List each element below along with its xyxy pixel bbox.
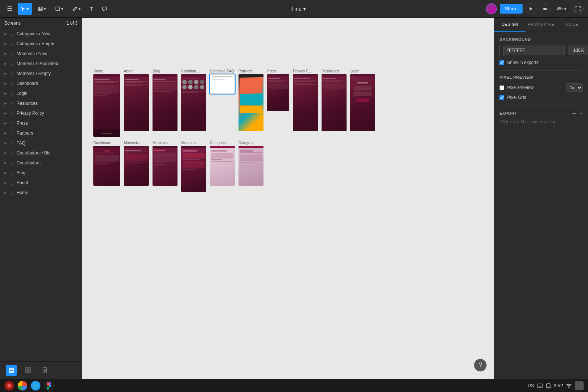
fit-screen-button[interactable] <box>573 3 584 14</box>
taskbar-twitter-icon[interactable]: 🐦 <box>31 381 40 391</box>
tab-prototype[interactable]: Prototype <box>526 18 557 32</box>
canvas[interactable]: Home About <box>82 18 494 379</box>
color-hex-input[interactable] <box>503 46 565 55</box>
frame-thumb-moments3[interactable] <box>181 146 206 192</box>
svg-rect-0 <box>39 7 42 11</box>
preview-button[interactable] <box>539 3 551 14</box>
sidebar-item-login[interactable]: ▶ ⬚ Login <box>0 89 82 99</box>
frame-label-moments2: Moments... <box>153 141 178 145</box>
frame-icon: ⬚ <box>11 52 14 56</box>
pen-tool-chevron: ▾ <box>78 6 81 11</box>
zoom-control[interactable]: 4% ▾ <box>553 3 570 15</box>
taskbar-chrome-icon[interactable] <box>18 381 27 391</box>
frame-thumb-login[interactable] <box>350 74 375 131</box>
frame-thumb-moments2[interactable] <box>153 146 178 186</box>
frame-thumb-partners[interactable] <box>239 74 263 131</box>
sidebar-item-moments-new[interactable]: ▶ ⬚ Moments / New <box>0 49 82 59</box>
frame-group-moments1: Moments... <box>124 141 149 186</box>
frame-thumb-home[interactable] <box>93 74 120 137</box>
tab-code[interactable]: Code <box>557 18 588 32</box>
pixel-grid-row: Pixel Grid <box>499 95 583 100</box>
frame-icon <box>38 6 43 11</box>
sidebar-item-privacy-policy[interactable]: ▶ ⬚ Privacy Policy <box>0 108 82 118</box>
sidebar-item-label: Categories / New <box>17 31 78 36</box>
background-section-title: BACKGROUND <box>499 37 583 42</box>
pen-tool-button[interactable]: ▾ <box>69 3 84 15</box>
comment-tool-button[interactable] <box>99 3 110 15</box>
pixel-preview-title: PIXEL PREVIEW <box>499 75 583 79</box>
taskbar-right: US 3:52 <box>528 381 584 390</box>
main-area: Screens 1 of 3 ▶ ⬚ Categories / New ▶ ⬚ … <box>0 18 588 379</box>
frame-thumb-press[interactable] <box>267 74 289 111</box>
export-subtract-button[interactable]: − <box>572 110 576 117</box>
frame-thumb-dashboard[interactable] <box>93 146 120 186</box>
export-add-button[interactable]: + <box>579 110 583 117</box>
sidebar-item-resources[interactable]: ▶ ⬚ Resources <box>0 99 82 108</box>
frame-label-blog: Blog <box>153 69 178 73</box>
select-tool-button[interactable]: ▾ <box>18 3 32 15</box>
sidebar-item-label: Contributors / Bio <box>17 150 78 156</box>
sidebar-item-dashboard[interactable]: ▶ ⬚ Dashboard <box>0 79 82 89</box>
sidebar-item-partners[interactable]: ▶ ⬚ Partners <box>0 128 82 138</box>
sidebar-item-label: Login <box>17 91 78 96</box>
frame-icon: ⬚ <box>11 131 14 135</box>
color-swatch[interactable] <box>499 45 500 56</box>
hamburger-button[interactable]: ☰ <box>4 4 15 14</box>
user-avatar[interactable] <box>486 3 497 14</box>
layers-icon <box>8 367 14 373</box>
frame-label-home: Home <box>93 69 120 73</box>
frame-label-moments3: Moments... <box>181 141 206 145</box>
show-exports-checkbox[interactable] <box>499 60 504 65</box>
frame-icon: ⬚ <box>11 171 14 175</box>
taskbar-figma-icon[interactable] <box>44 381 54 391</box>
frame-thumb-moments1[interactable] <box>124 146 149 186</box>
pixel-preview-checkbox[interactable] <box>499 85 504 90</box>
svg-rect-8 <box>9 368 14 370</box>
sidebar-item-press[interactable]: ▶ ⬚ Press <box>0 118 82 128</box>
zoom-select[interactable]: 1x 2x 4x <box>566 83 583 92</box>
frame-thumb-categories2[interactable] <box>239 146 263 186</box>
share-button[interactable]: Share <box>500 4 523 14</box>
sidebar-item-contributors-bio[interactable]: ▶ ⬚ Contributors / Bio <box>0 148 82 158</box>
components-button[interactable] <box>23 365 34 376</box>
sidebar-item-about[interactable]: ▶ ⬚ About <box>0 178 82 188</box>
expand-icon: ▶ <box>4 52 9 56</box>
frame-thumb-blog[interactable] <box>153 74 178 131</box>
frame-group-resources: Resources <box>322 69 347 131</box>
tab-design[interactable]: Design <box>494 18 526 32</box>
pixel-grid-checkbox[interactable] <box>499 95 504 100</box>
help-button[interactable]: ? <box>474 359 487 371</box>
frame-thumb-about[interactable] <box>124 74 149 131</box>
frame-icon: ⬚ <box>11 121 14 125</box>
text-tool-button[interactable]: T <box>87 3 96 15</box>
sidebar-item-categories-empty[interactable]: ▶ ⬚ Categories / Empty <box>0 39 82 49</box>
taskbar-record-icon[interactable] <box>4 381 14 391</box>
frame-thumb-categories1[interactable] <box>210 146 235 186</box>
frame-thumb-contributors[interactable] <box>181 74 206 131</box>
sidebar-item-faq[interactable]: ▶ ⬚ FAQ <box>0 138 82 148</box>
sidebar-bottom <box>0 361 82 379</box>
shape-tool-chevron: ▾ <box>61 6 64 11</box>
opacity-input[interactable] <box>568 46 588 55</box>
shape-tool-button[interactable]: ▾ <box>52 3 67 15</box>
frame-thumb-faq[interactable] <box>210 74 235 94</box>
frame-thumb-resources[interactable] <box>322 74 347 131</box>
sidebar-item-categories-new[interactable]: ▶ ⬚ Categories / New <box>0 29 82 39</box>
sidebar-item-moments-populated[interactable]: ▶ ⬚ Moments / Populated <box>0 59 82 69</box>
project-name-button[interactable]: if me ▾ <box>290 6 305 12</box>
sidebar-item-blog[interactable]: ▶ ⬚ Blog <box>0 168 82 178</box>
frame-icon: ⬚ <box>11 161 14 165</box>
assets-button[interactable] <box>40 365 51 376</box>
frame-thumb-privacy[interactable] <box>293 74 318 131</box>
sidebar-item-contributors[interactable]: ▶ ⬚ Contributors <box>0 158 82 168</box>
layers-button[interactable] <box>6 365 17 376</box>
sidebar-item-label: Categories / Empty <box>17 41 78 46</box>
frame-group-faq: Contribut. FAQ <box>210 69 235 94</box>
sidebar-item-home[interactable]: ▶ ⬚ Home <box>0 188 82 198</box>
frame-group-categories2: Categorie... <box>239 141 263 186</box>
frame-tool-button[interactable]: ▾ <box>35 3 49 15</box>
play-button[interactable] <box>526 3 537 14</box>
sidebar-item-moments-empty[interactable]: ▶ ⬚ Moments / Empty <box>0 69 82 79</box>
frame-group-login: Login <box>350 69 375 131</box>
frame-icon: ⬚ <box>11 72 14 76</box>
